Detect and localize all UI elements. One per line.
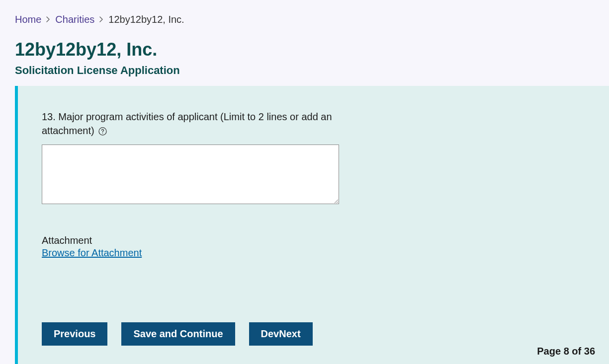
chevron-right-icon [46, 16, 50, 24]
help-icon[interactable] [98, 127, 107, 136]
page-indicator: Page 8 of 36 [537, 346, 595, 357]
breadcrumb-charities[interactable]: Charities [55, 14, 94, 25]
browse-attachment-link[interactable]: Browse for Attachment [42, 247, 142, 259]
page-title: 12by12by12, Inc. [15, 39, 609, 60]
breadcrumb: Home Charities 12by12by12, Inc. [15, 14, 609, 25]
question-label: 13. Major program activities of applican… [42, 110, 340, 138]
question-text: 13. Major program activities of applican… [42, 111, 332, 136]
chevron-right-icon [99, 16, 103, 24]
attachment-label: Attachment [42, 235, 595, 246]
breadcrumb-current: 12by12by12, Inc. [108, 14, 184, 25]
previous-button[interactable]: Previous [42, 322, 107, 346]
form-panel: 13. Major program activities of applican… [15, 86, 609, 364]
save-continue-button[interactable]: Save and Continue [121, 322, 235, 346]
breadcrumb-home[interactable]: Home [15, 14, 41, 25]
program-activities-textarea[interactable] [42, 145, 339, 204]
button-row: Previous Save and Continue DevNext [42, 322, 595, 346]
svg-point-1 [102, 133, 103, 134]
page-subtitle: Solicitation License Application [15, 64, 609, 77]
attachment-section: Attachment Browse for Attachment [42, 235, 595, 259]
devnext-button[interactable]: DevNext [249, 322, 313, 346]
